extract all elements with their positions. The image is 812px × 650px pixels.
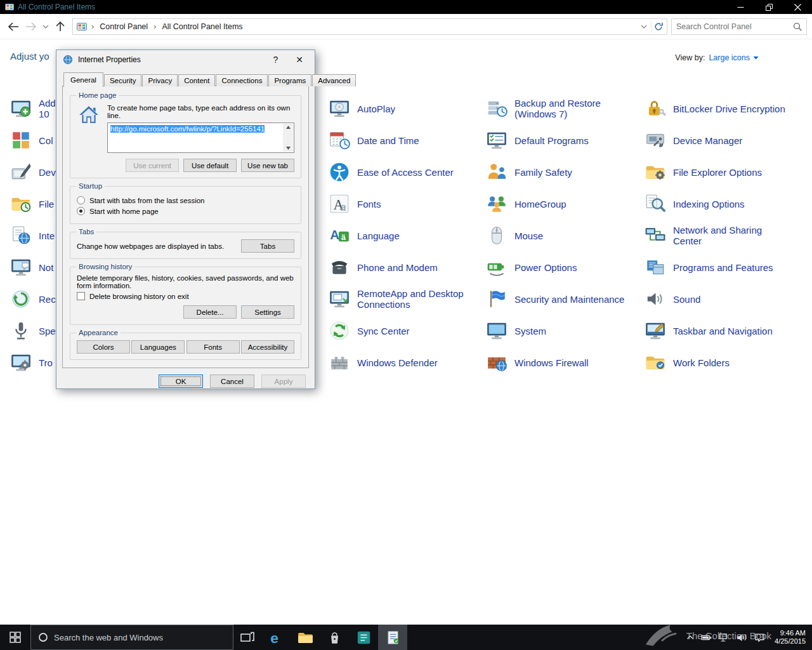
tabs-button[interactable]: Tabs xyxy=(241,239,294,253)
view-by-dropdown[interactable]: Large icons xyxy=(709,53,759,62)
use-default-button[interactable]: Use default xyxy=(183,159,237,172)
taskbar-app-control-panel[interactable] xyxy=(378,625,407,650)
delete-button[interactable]: Delete... xyxy=(183,305,237,319)
control-panel-item[interactable]: Power Options xyxy=(486,251,642,283)
home-page-group-label: Home page xyxy=(76,91,119,99)
taskbar-clock[interactable]: 9:46 AM 4/25/2015 xyxy=(772,629,806,646)
cortana-icon xyxy=(38,632,48,642)
control-panel-item[interactable]: Security and Maintenance xyxy=(486,283,642,315)
taskbar-pinned-apps: e xyxy=(261,625,407,650)
control-panel-item-label: Indexing Options xyxy=(673,199,745,209)
search-input[interactable] xyxy=(676,22,793,31)
taskbar-app-file-explorer[interactable] xyxy=(291,625,320,650)
network-icon[interactable] xyxy=(719,633,730,642)
control-panel-item[interactable]: Ease of Access Center xyxy=(329,156,482,188)
control-panel-item[interactable]: BitLocker Drive Encryption xyxy=(645,93,808,124)
taskbar-search-input[interactable] xyxy=(54,633,226,642)
recovery-icon xyxy=(10,288,32,310)
task-view-button[interactable] xyxy=(233,625,261,650)
languages-button[interactable]: Languages xyxy=(131,340,185,354)
apply-button[interactable]: Apply xyxy=(261,375,306,388)
control-panel-item[interactable]: Windows Firewall xyxy=(486,347,642,378)
start-with-home-page-radio[interactable]: Start with home page xyxy=(77,207,294,215)
control-panel-item[interactable]: Windows Defender xyxy=(329,347,482,378)
dialog-close-button[interactable]: ✕ xyxy=(296,55,303,64)
taskbar-app-edge[interactable]: e xyxy=(261,625,291,650)
action-center-icon[interactable] xyxy=(754,633,765,642)
dialog-tab-content[interactable]: Content xyxy=(178,74,215,86)
control-panel-item[interactable]: Family Safety xyxy=(486,156,642,188)
control-panel-item[interactable]: HomeGroup xyxy=(486,188,642,220)
homepage-url-input[interactable]: http://go.microsoft.com/fwlink/p/?LinkId… xyxy=(107,123,294,153)
control-panel-item-label: Language xyxy=(357,230,400,241)
internet-options-icon xyxy=(10,225,32,246)
refresh-button[interactable] xyxy=(652,20,665,34)
control-panel-item[interactable]: Phone and Modem xyxy=(329,251,482,283)
taskbar-search-box[interactable] xyxy=(30,625,233,650)
forward-button[interactable] xyxy=(23,18,39,35)
chevron-up-icon[interactable] xyxy=(686,635,694,640)
tabs-group-label: Tabs xyxy=(76,228,96,235)
svg-text:a: a xyxy=(341,202,346,213)
language-icon: Aä xyxy=(329,225,350,246)
cancel-button[interactable]: Cancel xyxy=(210,375,254,388)
taskbar-app-store[interactable] xyxy=(320,625,349,650)
control-panel-item[interactable]: Device Manager xyxy=(645,124,808,156)
control-panel-item[interactable]: Date and Time xyxy=(329,124,482,156)
home-page-instruction: To create home page tabs, type each addr… xyxy=(107,104,294,119)
control-panel-item[interactable]: System xyxy=(486,315,642,347)
windows-firewall-icon xyxy=(486,352,508,373)
breadcrumb-control-panel[interactable]: Control Panel xyxy=(98,21,149,32)
control-panel-item[interactable]: Backup and Restore (Windows 7) xyxy=(486,93,642,124)
colors-button[interactable]: Colors xyxy=(77,340,130,354)
address-dropdown-button[interactable] xyxy=(637,20,651,34)
use-new-tab-button[interactable]: Use new tab xyxy=(241,159,294,172)
taskbar-app-collection-book[interactable] xyxy=(349,625,378,650)
control-panel-item[interactable]: Work Folders xyxy=(645,347,808,378)
address-bar[interactable]: › Control Panel › All Control Panel Item… xyxy=(72,18,667,35)
dialog-tab-privacy[interactable]: Privacy xyxy=(142,74,178,86)
use-current-button[interactable]: Use current xyxy=(126,159,179,172)
ok-button[interactable]: OK xyxy=(159,375,203,388)
close-button[interactable] xyxy=(783,0,812,14)
fonts-button[interactable]: Fonts xyxy=(187,340,240,354)
control-panel-item[interactable]: AutoPlay xyxy=(329,93,482,124)
control-panel-item[interactable]: Sound xyxy=(645,283,808,315)
dialog-tab-security[interactable]: Security xyxy=(104,74,142,86)
control-panel-item[interactable]: AaFonts xyxy=(329,188,482,220)
control-panel-item[interactable]: AäLanguage xyxy=(329,220,482,251)
control-panel-item[interactable]: Sync Center xyxy=(329,315,482,347)
control-panel-item[interactable]: Mouse xyxy=(486,220,642,251)
accessibility-button[interactable]: Accessibility xyxy=(241,340,294,354)
control-panel-item-label: Col xyxy=(39,135,53,146)
dialog-tab-general[interactable]: General xyxy=(63,72,103,87)
minimize-button[interactable] xyxy=(726,0,755,14)
back-button[interactable] xyxy=(5,18,22,35)
control-panel-item[interactable]: File Explorer Options xyxy=(645,156,808,188)
control-panel-item[interactable]: Programs and Features xyxy=(645,251,808,283)
battery-icon[interactable] xyxy=(701,633,712,642)
control-panel-item[interactable]: Default Programs xyxy=(486,124,642,156)
control-panel-item[interactable]: Taskbar and Navigation xyxy=(645,315,808,347)
breadcrumb-all-control-panel-items[interactable]: All Control Panel Items xyxy=(160,21,244,32)
start-button[interactable] xyxy=(0,625,30,650)
url-field-scrollbar[interactable] xyxy=(283,124,293,152)
control-panel-item[interactable]: Indexing Options xyxy=(645,188,808,220)
control-panel-item[interactable]: RemoteApp and Desktop Connections xyxy=(329,283,482,315)
settings-button[interactable]: Settings xyxy=(241,305,294,319)
window-titlebar[interactable]: All Control Panel Items xyxy=(0,0,812,14)
devices-icon xyxy=(10,161,32,183)
up-button[interactable] xyxy=(52,18,69,35)
delete-history-on-exit-checkbox[interactable]: Delete browsing history on exit xyxy=(77,292,294,300)
dialog-titlebar[interactable]: Internet Properties ? ✕ xyxy=(56,50,315,69)
control-panel-item[interactable]: Network and Sharing Center xyxy=(645,220,808,251)
volume-icon[interactable] xyxy=(737,633,747,642)
dialog-tab-advanced[interactable]: Advanced xyxy=(312,74,356,86)
dialog-tab-connections[interactable]: Connections xyxy=(216,74,268,86)
dialog-tab-programs[interactable]: Programs xyxy=(268,74,311,86)
restore-button[interactable] xyxy=(755,0,783,14)
recent-locations-button[interactable] xyxy=(41,18,51,35)
dialog-help-button[interactable]: ? xyxy=(273,55,278,64)
control-panel-item-label: Windows Firewall xyxy=(514,357,589,368)
start-with-tabs-radio[interactable]: Start with tabs from the last session xyxy=(77,196,294,204)
